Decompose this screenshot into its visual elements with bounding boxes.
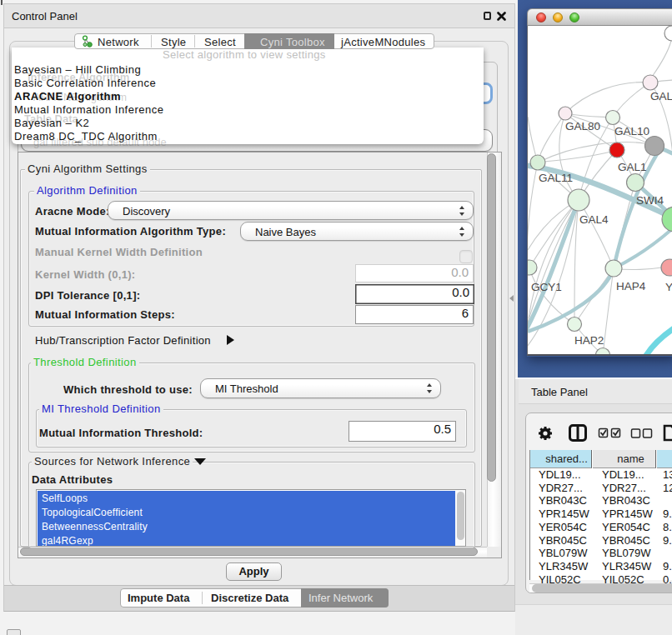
svg-text:HAP4: HAP4 bbox=[616, 280, 646, 292]
svg-text:SWI4: SWI4 bbox=[636, 194, 664, 207]
svg-text:YE: YE bbox=[665, 281, 672, 293]
svg-text:GAL1: GAL1 bbox=[618, 161, 647, 173]
svg-text:HAP2: HAP2 bbox=[574, 334, 604, 347]
svg-text:GAL10: GAL10 bbox=[614, 125, 649, 138]
svg-text:GAL11: GAL11 bbox=[539, 172, 573, 184]
svg-text:GAL80: GAL80 bbox=[565, 120, 600, 132]
svg-text:GAL2: GAL2 bbox=[650, 90, 672, 102]
svg-text:GAL4: GAL4 bbox=[579, 213, 609, 226]
svg-text:GCY1: GCY1 bbox=[531, 281, 562, 293]
